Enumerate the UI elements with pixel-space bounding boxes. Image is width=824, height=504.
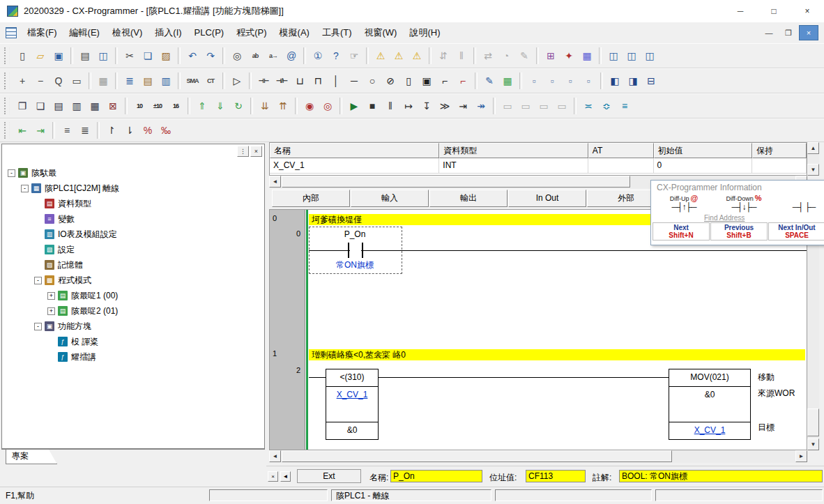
column-header[interactable]: 保持	[752, 143, 807, 158]
pause-monitor-icon[interactable]: ‖	[452, 47, 471, 65]
zoom-fit-icon[interactable]: ▭	[68, 72, 86, 90]
address-field[interactable]: CF113	[526, 470, 586, 482]
plc-setup-icon[interactable]: ✦	[560, 47, 578, 65]
monitor-refresh-icon[interactable]: ↻	[229, 97, 247, 115]
menu-item-2[interactable]: 檢視(V)	[106, 27, 148, 38]
tree-item[interactable]: +▤陔最哫1 (00)	[2, 288, 264, 303]
cut-icon[interactable]: ✂	[121, 47, 139, 65]
find-next-icon[interactable]: a→	[264, 47, 282, 65]
cell[interactable]: 0	[654, 158, 753, 174]
new-closed-contact-icon[interactable]: ⊣/⊢	[273, 72, 291, 90]
tree-expander-icon[interactable]: +	[47, 307, 55, 315]
new-coil-icon[interactable]: ○	[363, 72, 381, 90]
operand[interactable]: &0	[669, 387, 750, 402]
symbol-table-vscrollbar[interactable]: ▲ ▼	[807, 142, 819, 176]
tree-item[interactable]: ▤資料類型	[2, 196, 264, 211]
mdi-restore-icon[interactable]: ❐	[779, 26, 798, 40]
tree-item[interactable]: -▣陔馱最	[2, 165, 264, 181]
name-field[interactable]: P_On	[390, 470, 482, 482]
watch-tab-1-icon[interactable]: ▭	[498, 97, 517, 115]
operand[interactable]: X_CV_1	[326, 387, 378, 402]
shortcut-button[interactable]: PreviousShift+B	[710, 222, 768, 240]
replace-icon[interactable]: ab	[246, 47, 264, 65]
cell[interactable]: INT	[439, 158, 588, 174]
program-check-icon[interactable]: ⚠	[408, 47, 426, 65]
column-header[interactable]: 資料類型	[439, 143, 588, 158]
new-closed-or-contact-icon[interactable]: ⊓	[309, 72, 327, 90]
rung-detail-icon[interactable]: ≣	[76, 121, 94, 139]
tree-item[interactable]: ƒ杸 諢粢	[2, 334, 264, 349]
io-table-icon[interactable]: ⊞	[542, 47, 560, 65]
smart-input-icon[interactable]: SMA	[183, 72, 201, 90]
scroll-left-icon[interactable]: ◄	[269, 176, 281, 188]
work-online-icon[interactable]: ⇵	[434, 47, 452, 65]
collapse-pane-icon[interactable]: ◄	[280, 471, 291, 482]
split-view-3-icon[interactable]: ⊟	[642, 72, 660, 90]
line-delete-icon[interactable]: ⌐	[454, 72, 472, 90]
column-header[interactable]: 名稱	[270, 143, 439, 158]
view-hex-icon[interactable]: 16	[167, 97, 185, 115]
cascade-windows-icon[interactable]: ❏	[31, 97, 49, 115]
new-or-contact-icon[interactable]: ⊔	[291, 72, 309, 90]
tab-internal[interactable]: 內部	[272, 190, 350, 207]
column-header[interactable]: 初始值	[654, 143, 753, 158]
open-file-icon[interactable]: ▱	[31, 47, 49, 65]
force-set-icon[interactable]: ↾	[102, 121, 121, 139]
help-topics-icon[interactable]: ?	[327, 47, 345, 65]
tree-expander-icon[interactable]: -	[21, 185, 29, 192]
simulation-stop-icon[interactable]: ■	[363, 97, 381, 115]
force-reset-icon[interactable]: ⇂	[121, 121, 139, 139]
watch-tab-4-icon[interactable]: ▭	[553, 97, 571, 115]
calendar-view-icon[interactable]: ▦	[498, 72, 517, 90]
save-icon[interactable]: ▣	[49, 47, 68, 65]
panel-grip-icon[interactable]: ⋮	[237, 146, 249, 157]
cx-programmer-information-window[interactable]: CX-Programmer Information Diff-Up@─┤↑├─D…	[650, 180, 824, 245]
window-small-2-icon[interactable]: ▫	[543, 72, 561, 90]
maximize-icon[interactable]: □	[757, 0, 791, 22]
context-help-icon[interactable]: ☞	[345, 47, 363, 65]
window-small-1-icon[interactable]: ▫	[525, 72, 543, 90]
cell[interactable]	[752, 158, 807, 174]
indent-rung-icon[interactable]: ⇥	[31, 121, 49, 139]
copy-icon[interactable]: ❏	[139, 47, 157, 65]
address-reference-icon[interactable]: ◔	[497, 47, 515, 65]
tab-input[interactable]: 輸入	[351, 190, 429, 207]
grid-toggle-icon[interactable]: ▦	[94, 72, 112, 90]
menu-item-7[interactable]: 工具(T)	[316, 27, 358, 38]
cross-reference-icon[interactable]: ⇄	[479, 47, 497, 65]
scroll-down-icon[interactable]: ▼	[807, 438, 819, 450]
ext-cell[interactable]: Ext	[297, 469, 361, 483]
online-edit-icon[interactable]: ✎	[515, 47, 533, 65]
force-on-icon[interactable]: ◉	[300, 97, 319, 115]
monitor-window-icon[interactable]: ◫	[604, 47, 623, 65]
tree-item[interactable]: ≡變數	[2, 211, 264, 227]
close-all-windows-icon[interactable]: ⊠	[104, 97, 122, 115]
scroll-left-icon[interactable]: ◄	[269, 450, 281, 462]
watch-tab-2-icon[interactable]: ▭	[517, 97, 535, 115]
window-small-4-icon[interactable]: ▫	[579, 72, 597, 90]
zoom-100-icon[interactable]: Q	[49, 72, 68, 90]
new-contact-icon[interactable]: ⊣⊢	[254, 72, 273, 90]
menu-item-5[interactable]: 程式(P)	[230, 27, 273, 38]
mnemonic-view-icon[interactable]: ▥	[157, 72, 175, 90]
operand[interactable]: &0	[326, 422, 378, 439]
scroll-down-icon[interactable]: ▼	[807, 164, 819, 176]
tree-expander-icon[interactable]: -	[34, 277, 42, 284]
rung-list-icon[interactable]: ≡	[58, 121, 76, 139]
split-view-2-icon[interactable]: ◨	[624, 72, 642, 90]
window-small-3-icon[interactable]: ▫	[561, 72, 579, 90]
tab-project[interactable]: 專案	[6, 450, 57, 464]
tree-item[interactable]: -▩程式模式	[2, 273, 264, 288]
run-to-cursor-icon[interactable]: ↠	[472, 97, 490, 115]
differentiate-down-icon[interactable]: ‰	[157, 121, 175, 139]
about-icon[interactable]: ①	[309, 47, 327, 65]
tile-vertical-icon[interactable]: ▥	[68, 97, 86, 115]
compare-plc-icon[interactable]: ≍	[579, 97, 597, 115]
merge-view-icon[interactable]: ≎	[597, 97, 616, 115]
compile-all-icon[interactable]: ⚠	[390, 47, 408, 65]
new-window-icon[interactable]: ❐	[13, 97, 31, 115]
panel-close-icon[interactable]: ×	[250, 146, 262, 157]
shortcut-button[interactable]: NextShift+N	[653, 222, 710, 240]
split-view-1-icon[interactable]: ◧	[606, 72, 624, 90]
paste-icon[interactable]: ▨	[157, 47, 175, 65]
